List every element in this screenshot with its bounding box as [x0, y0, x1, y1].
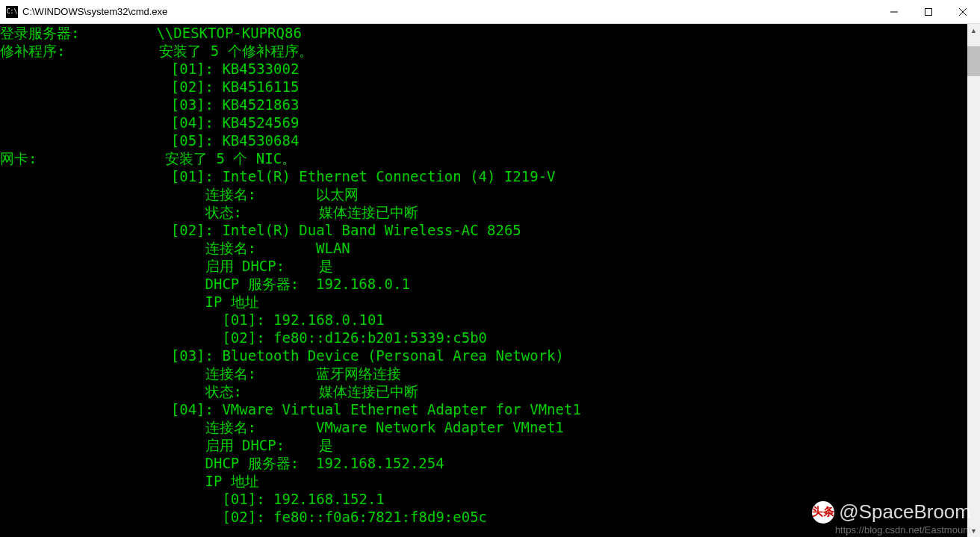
close-button[interactable]: [946, 0, 980, 23]
watermark-url: https://blog.csdn.net/Eastmount: [835, 524, 971, 536]
vertical-scrollbar[interactable]: ▲ ▼: [967, 24, 980, 537]
toutiao-badge-icon: 头条: [812, 501, 834, 524]
watermark-handle-text: @SpaceBroom: [839, 500, 971, 524]
window-title: C:\WINDOWS\system32\cmd.exe: [22, 6, 877, 17]
terminal-output[interactable]: 登录服务器: \\DESKTOP-KUPRQ86 修补程序: 安装了 5 个修补…: [0, 24, 967, 537]
cmd-icon: C:\: [6, 6, 18, 18]
terminal-container: 登录服务器: \\DESKTOP-KUPRQ86 修补程序: 安装了 5 个修补…: [0, 24, 980, 537]
minimize-button[interactable]: [877, 0, 911, 23]
window-titlebar: C:\ C:\WINDOWS\system32\cmd.exe: [0, 0, 980, 24]
svg-rect-1: [925, 8, 932, 15]
maximize-button[interactable]: [911, 0, 946, 23]
scroll-up-arrow[interactable]: ▲: [967, 24, 980, 37]
window-controls: [877, 0, 980, 23]
scroll-thumb[interactable]: [967, 46, 980, 76]
watermark-handle: 头条 @SpaceBroom: [812, 500, 971, 524]
